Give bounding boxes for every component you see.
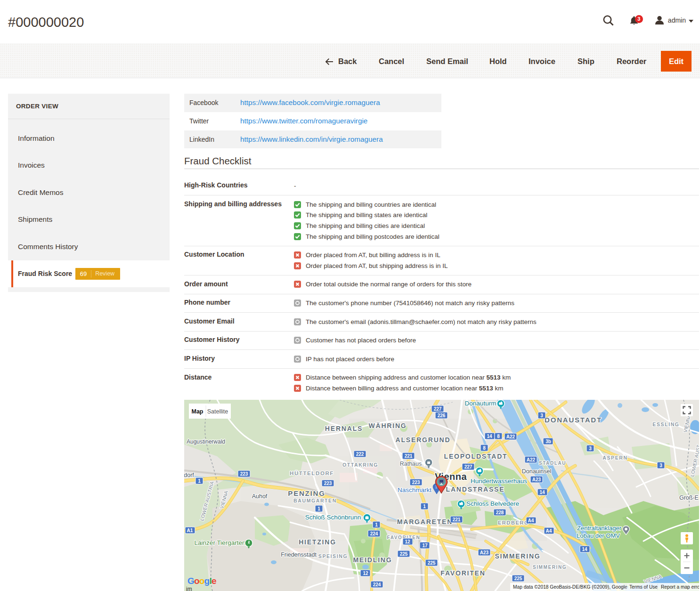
svg-text:Schloss Belvedere: Schloss Belvedere <box>466 500 519 507</box>
svg-text:Report a map error: Report a map error <box>661 584 699 590</box>
svg-text:HIETZING: HIETZING <box>299 538 336 546</box>
svg-text:OTTAKRING: OTTAKRING <box>342 462 378 468</box>
svg-text:BAUMGARTEN: BAUMGARTEN <box>293 498 337 503</box>
svg-text:STADLAU: STADLAU <box>539 461 566 466</box>
svg-text:LEOPOLDSTADT: LEOPOLDSTADT <box>444 453 508 460</box>
svg-text:ALSERGRUND: ALSERGRUND <box>396 436 451 444</box>
svg-text:Google: Google <box>187 576 216 586</box>
svg-text:224: 224 <box>373 582 381 587</box>
svg-text:Donauinsel: Donauinsel <box>522 468 552 475</box>
svg-text:PENZING: PENZING <box>288 489 325 497</box>
svg-text:223: 223 <box>412 480 420 485</box>
svg-text:im: im <box>186 586 192 591</box>
svg-text:dorf: dorf <box>184 472 194 478</box>
svg-text:Lobau der OMV: Lobau der OMV <box>577 532 620 539</box>
svg-text:14: 14 <box>582 547 587 552</box>
svg-text:HERNALS: HERNALS <box>325 425 363 432</box>
svg-text:227: 227 <box>434 406 442 412</box>
svg-text:Augustinerwald: Augustinerwald <box>187 438 225 445</box>
svg-text:A4: A4 <box>546 528 552 534</box>
svg-text:FAVORITEN: FAVORITEN <box>440 569 485 577</box>
svg-text:1: 1 <box>198 478 201 484</box>
svg-text:Donauturm: Donauturm <box>465 400 497 407</box>
svg-text:LANDSTRASSE: LANDSTRASSE <box>446 486 505 493</box>
svg-text:8: 8 <box>497 434 500 439</box>
svg-text:A23: A23 <box>480 550 489 555</box>
svg-text:1: 1 <box>375 522 378 527</box>
svg-text:8: 8 <box>483 445 486 451</box>
svg-text:222: 222 <box>356 452 364 457</box>
svg-text:Hundertwasserhaus: Hundertwasserhaus <box>471 478 527 485</box>
svg-text:224: 224 <box>370 531 378 536</box>
svg-text:A23: A23 <box>532 477 541 482</box>
svg-text:226: 226 <box>438 413 446 418</box>
svg-text:Terms of Use: Terms of Use <box>629 584 658 590</box>
svg-text:DONAUSTADT: DONAUSTADT <box>545 416 602 424</box>
svg-text:223: 223 <box>324 481 332 486</box>
svg-text:ESSLING: ESSLING <box>652 421 679 427</box>
svg-text:Auhof: Auhof <box>252 493 268 500</box>
svg-text:221: 221 <box>405 453 413 459</box>
svg-text:Schloß Schönbrunn: Schloß Schönbrunn <box>305 514 361 521</box>
svg-text:14: 14 <box>539 490 545 495</box>
svg-text:Zentraltanklager: Zentraltanklager <box>577 525 622 532</box>
svg-text:WÄHRING: WÄHRING <box>368 422 407 429</box>
svg-text:HÜTTELDORF: HÜTTELDORF <box>290 470 334 476</box>
svg-text:Lainzer Tiergarten: Lainzer Tiergarten <box>195 539 246 546</box>
svg-text:Map data ©2018 GeoBasis-DE/BKG: Map data ©2018 GeoBasis-DE/BKG (©2009), … <box>513 584 627 590</box>
svg-text:17: 17 <box>422 543 428 548</box>
svg-text:3: 3 <box>659 463 662 468</box>
svg-text:14: 14 <box>487 434 492 439</box>
svg-text:225: 225 <box>514 576 522 581</box>
svg-text:225: 225 <box>400 551 408 557</box>
svg-text:3: 3 <box>540 413 543 418</box>
svg-text:221: 221 <box>453 517 461 522</box>
svg-text:1: 1 <box>317 506 320 511</box>
svg-text:SIMMERING: SIMMERING <box>495 552 540 560</box>
svg-text:3b: 3b <box>545 439 551 444</box>
svg-text:12: 12 <box>405 539 410 544</box>
svg-text:A4: A4 <box>528 518 534 523</box>
svg-text:223: 223 <box>240 471 248 477</box>
svg-text:227: 227 <box>464 464 472 470</box>
svg-text:Map: Map <box>192 408 203 415</box>
svg-text:ASPERN: ASPERN <box>602 455 627 461</box>
svg-text:Rathaus: Rathaus <box>400 461 422 467</box>
svg-text:Groß-Enz: Groß-Enz <box>679 494 699 501</box>
svg-text:MEIDLING: MEIDLING <box>353 556 392 564</box>
svg-text:1: 1 <box>423 504 426 509</box>
svg-text:ERDBERG: ERDBERG <box>498 520 529 526</box>
svg-text:12: 12 <box>363 571 368 576</box>
svg-text:A1: A1 <box>187 528 193 533</box>
svg-text:SPEISING: SPEISING <box>318 553 348 559</box>
svg-text:A22: A22 <box>506 434 515 439</box>
svg-text:SIMMERING: SIMMERING <box>533 565 567 570</box>
svg-text:A22: A22 <box>527 457 536 462</box>
svg-text:228: 228 <box>496 510 504 515</box>
svg-text:3: 3 <box>589 446 592 451</box>
svg-text:Naschmarkt: Naschmarkt <box>398 486 431 494</box>
svg-text:Satellite: Satellite <box>207 408 228 415</box>
svg-text:225: 225 <box>428 560 436 566</box>
svg-text:Friedensstadt: Friedensstadt <box>281 551 317 558</box>
svg-text:MARGARETEN: MARGARETEN <box>397 518 453 526</box>
